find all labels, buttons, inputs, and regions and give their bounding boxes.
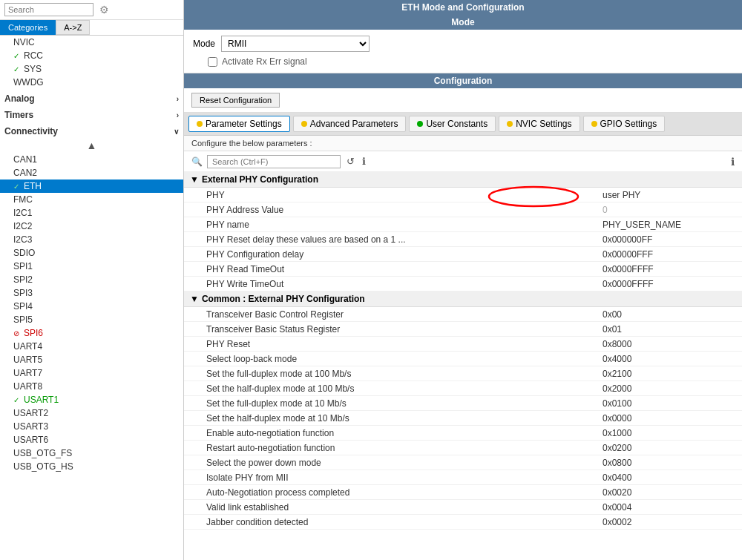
sidebar-item-sdio[interactable]: SDIO [0, 246, 183, 260]
sidebar-item-uart7[interactable]: UART7 [0, 366, 183, 380]
param-name: Enable auto-negotiation function [206, 428, 588, 438]
tab-categories[interactable]: Categories [0, 20, 56, 35]
sidebar-item-usart3[interactable]: USART3 [0, 420, 183, 433]
sidebar-section-analog[interactable]: Analog › [0, 89, 183, 105]
mode-row: Mode RMII MII Disabled [193, 36, 733, 52]
sidebar-item-sys[interactable]: ✓SYS [0, 62, 183, 76]
param-row-half-duplex-100[interactable]: Set the half-duplex mode at 100 Mb/s 0x2… [184, 381, 742, 396]
param-value: 0x00 [588, 309, 736, 320]
param-row-power-down[interactable]: Select the power down mode 0x0800 [184, 455, 742, 470]
param-value: 0x0004 [588, 502, 736, 513]
sidebar-item-spi3[interactable]: SPI3 [0, 286, 183, 300]
sidebar-item-spi4[interactable]: SPI4 [0, 300, 183, 313]
param-name: Set the full-duplex mode at 100 Mb/s [206, 369, 588, 379]
sidebar-item-fmc[interactable]: FMC [0, 193, 183, 206]
sidebar-item-eth[interactable]: ✓ETH [0, 179, 183, 193]
param-value: 0x0000 [588, 413, 736, 424]
param-name: PHY Reset [206, 339, 588, 349]
tab-advanced-parameters[interactable]: Advanced Parameters [293, 116, 407, 132]
reset-config-button[interactable]: Reset Configuration [191, 93, 280, 108]
sidebar-section-timers[interactable]: Timers › [0, 105, 183, 122]
param-value: 0x0400 [588, 472, 736, 483]
param-row-phy-reset-delay[interactable]: PHY Reset delay these values are based o… [184, 232, 742, 247]
param-name: Transceiver Basic Control Register [206, 309, 588, 320]
chevron-right-icon: › [177, 111, 179, 119]
main-header-title: ETH Mode and Configuration [184, 0, 742, 15]
sidebar-item-can2[interactable]: CAN2 [0, 166, 183, 179]
params-search-input[interactable] [207, 155, 341, 168]
refresh-icon[interactable]: ↺ [345, 154, 356, 168]
sidebar-item-rcc[interactable]: ✓RCC [0, 49, 183, 62]
sidebar-item-spi1[interactable]: SPI1 [0, 260, 183, 273]
chevron-down-icon: ∨ [174, 128, 179, 136]
tab-gpio-settings[interactable]: GPIO Settings [583, 116, 666, 132]
param-row-full-duplex-100[interactable]: Set the full-duplex mode at 100 Mb/s 0x2… [184, 366, 742, 381]
sidebar-item-spi6[interactable]: ⊘SPI6 [0, 326, 183, 340]
group-header-external-phy[interactable]: ▼ External PHY Configuration [184, 172, 742, 188]
param-row-autoneg-restart[interactable]: Restart auto-negotiation function 0x0200 [184, 441, 742, 455]
param-row-phy-name[interactable]: PHY name PHY_USER_NAME [184, 217, 742, 232]
check-icon: ✓ [13, 65, 19, 73]
sidebar-item-can1[interactable]: CAN1 [0, 153, 183, 166]
tab-user-constants[interactable]: User Constants [409, 116, 496, 132]
param-row-jabber[interactable]: Jabber condition detected 0x0002 [184, 515, 742, 530]
param-row-full-duplex-10[interactable]: Set the full-duplex mode at 10 Mb/s 0x01… [184, 396, 742, 411]
param-row-loopback[interactable]: Select loop-back mode 0x4000 [184, 352, 742, 366]
sidebar-item-spi2[interactable]: SPI2 [0, 273, 183, 286]
sidebar: ⚙ Categories A->Z NVIC ✓RCC ✓SYS WWDG An… [0, 0, 184, 560]
tab-parameter-settings[interactable]: Parameter Settings [188, 116, 290, 132]
info-icon[interactable]: ℹ [731, 156, 735, 168]
param-row-half-duplex-10[interactable]: Set the half-duplex mode at 10 Mb/s 0x00… [184, 411, 742, 426]
mode-section: Mode RMII MII Disabled Activate Rx Err s… [184, 30, 742, 73]
tab-nvic-settings[interactable]: NVIC Settings [499, 116, 580, 132]
sidebar-item-usart6[interactable]: USART6 [0, 433, 183, 447]
param-row-basic-control[interactable]: Transceiver Basic Control Register 0x00 [184, 307, 742, 322]
param-row-phy[interactable]: PHY user PHY [184, 188, 742, 202]
sidebar-item-usart1[interactable]: ✓USART1 [0, 393, 183, 406]
param-row-basic-status[interactable]: Transceiver Basic Status Register 0x01 [184, 322, 742, 337]
sidebar-item-uart8[interactable]: UART8 [0, 380, 183, 393]
param-row-isolate-phy[interactable]: Isolate PHY from MII 0x0400 [184, 470, 742, 485]
param-value: 0x0000FFFF [588, 279, 736, 289]
param-row-autoneg-enable[interactable]: Enable auto-negotiation function 0x1000 [184, 426, 742, 441]
param-name: Isolate PHY from MII [206, 472, 588, 483]
param-row-phy-reset[interactable]: PHY Reset 0x8000 [184, 337, 742, 352]
sidebar-search-input[interactable] [4, 3, 93, 16]
sidebar-item-usart2[interactable]: USART2 [0, 406, 183, 420]
sidebar-item-uart5[interactable]: UART5 [0, 353, 183, 366]
info-small-icon[interactable]: ℹ [361, 154, 367, 168]
sidebar-item-nvic[interactable]: NVIC [0, 36, 183, 49]
sidebar-item-usb-otg-fs[interactable]: USB_OTG_FS [0, 447, 183, 460]
scroll-up-button[interactable]: ▲ [87, 139, 97, 151]
dot-icon [197, 121, 203, 127]
sidebar-item-uart4[interactable]: UART4 [0, 340, 183, 353]
param-value: 0x0000FFFF [588, 264, 736, 274]
tab-az[interactable]: A->Z [56, 20, 90, 35]
param-name: Set the half-duplex mode at 100 Mb/s [206, 383, 588, 394]
error-icon: ⊘ [13, 329, 19, 337]
tab-label: Parameter Settings [206, 119, 282, 129]
activate-checkbox[interactable] [208, 57, 217, 67]
gear-icon[interactable]: ⚙ [99, 4, 109, 16]
sidebar-item-i2c3[interactable]: I2C3 [0, 233, 183, 246]
mode-select[interactable]: RMII MII Disabled [221, 36, 370, 52]
param-row-autoneg-complete[interactable]: Auto-Negotiation process completed 0x002… [184, 485, 742, 500]
param-row-phy-config-delay[interactable]: PHY Configuration delay 0x00000FFF [184, 247, 742, 262]
sidebar-item-i2c1[interactable]: I2C1 [0, 206, 183, 220]
sidebar-item-wwdg[interactable]: WWDG [0, 76, 183, 89]
param-row-phy-address[interactable]: PHY Address Value 0 [184, 202, 742, 217]
param-value: 0x000000FF [588, 234, 736, 245]
param-name: Select the power down mode [206, 458, 588, 468]
section-up-button-area: ▲ [0, 138, 183, 153]
param-name: PHY Reset delay these values are based o… [206, 234, 588, 245]
sidebar-section-connectivity[interactable]: Connectivity ∨ [0, 122, 183, 138]
param-row-valid-link[interactable]: Valid link established 0x0004 [184, 500, 742, 515]
param-value: 0x0020 [588, 487, 736, 498]
sidebar-item-spi5[interactable]: SPI5 [0, 313, 183, 326]
param-row-phy-read-timeout[interactable]: PHY Read TimeOut 0x0000FFFF [184, 262, 742, 277]
tab-label: NVIC Settings [516, 119, 571, 129]
sidebar-item-i2c2[interactable]: I2C2 [0, 220, 183, 233]
param-row-phy-write-timeout[interactable]: PHY Write TimeOut 0x0000FFFF [184, 277, 742, 291]
group-header-common-phy[interactable]: ▼ Common : External PHY Configuration [184, 291, 742, 307]
sidebar-item-usb-otg-hs[interactable]: USB_OTG_HS [0, 460, 183, 473]
